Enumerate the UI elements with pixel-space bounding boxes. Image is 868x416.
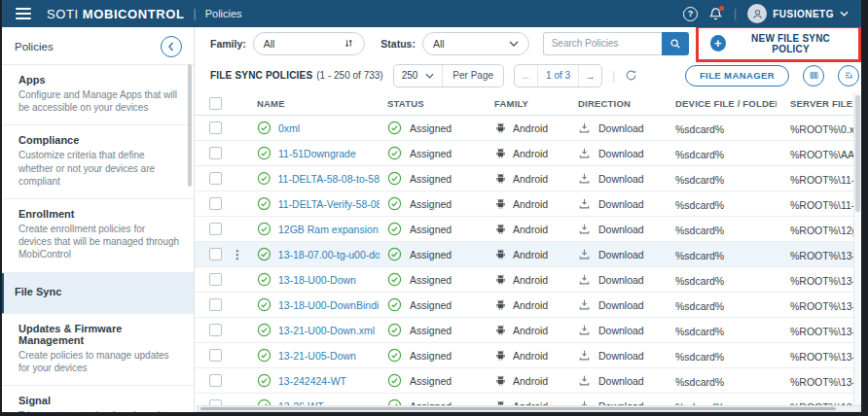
table-body: ⋮ 0xml Assigned Android Download %sdcard… [195, 116, 868, 411]
notification-badge [719, 6, 724, 11]
row-checkbox[interactable] [209, 324, 222, 336]
help-icon[interactable]: ? [683, 7, 698, 21]
header-name[interactable]: NAME [257, 98, 380, 109]
per-page-control[interactable]: 250 Per Page [393, 64, 504, 87]
select-all-checkbox[interactable] [209, 97, 222, 110]
policy-name-link[interactable]: 13-18-U00-Down [278, 274, 356, 286]
family-filter-dropdown[interactable]: All [253, 32, 366, 55]
device-file-folder: %sdcard% [675, 376, 724, 388]
policy-status: Assigned [410, 350, 452, 362]
horizontal-scrollbar[interactable] [197, 405, 860, 412]
table-row: ⋮ 13-242424-WT Assigned Android Download… [195, 368, 868, 394]
sidebar-item-apps[interactable]: Apps Configure and Manage Apps that will… [0, 65, 194, 125]
file-manager-button[interactable]: FILE MANAGER [685, 65, 789, 87]
policy-name-link[interactable]: 11-DELTA-Verify-58-08 [278, 198, 380, 210]
device-file-folder: %sdcard% [675, 300, 724, 312]
device-file-folder: %sdcard% [675, 250, 724, 261]
row-checkbox[interactable] [209, 374, 222, 387]
row-checkbox[interactable] [209, 121, 222, 134]
row-checkbox[interactable] [209, 223, 222, 235]
sidebar-item-file-sync[interactable]: File Sync [0, 273, 194, 314]
android-icon [494, 223, 507, 235]
sidebar-collapse-button[interactable] [161, 36, 182, 57]
policy-name-link[interactable]: 0xml [278, 122, 300, 134]
policy-status: Assigned [410, 299, 452, 311]
row-menu-icon[interactable]: ⋮ [232, 249, 243, 260]
family-filter-value: All [264, 38, 275, 50]
row-checkbox[interactable] [209, 248, 222, 260]
menu-icon[interactable] [16, 8, 31, 19]
policy-name-link[interactable]: 12GB Ram expansion [278, 224, 379, 235]
row-checkbox[interactable] [209, 298, 222, 311]
search-input[interactable] [543, 32, 662, 55]
policy-direction: Download [598, 198, 644, 210]
columns-button[interactable] [803, 65, 824, 87]
prev-page-button[interactable]: ← [515, 70, 537, 82]
header-status[interactable]: STATUS [380, 98, 487, 109]
policy-name-link[interactable]: 11-DELTA-58-08-to-58- [278, 173, 380, 185]
sidebar-title: Policies [15, 41, 54, 52]
android-icon [494, 248, 507, 260]
status-filter-dropdown[interactable]: All [422, 32, 529, 55]
notifications-bell-icon[interactable] [708, 7, 723, 21]
sidebar-item-enrollment[interactable]: Enrollment Create enrollment policies fo… [0, 199, 194, 273]
vertical-scrollbar-thumb[interactable] [855, 95, 860, 212]
status-check-icon [387, 297, 402, 312]
row-checkbox[interactable] [209, 147, 222, 159]
row-checkbox[interactable] [209, 349, 222, 362]
policy-status: Assigned [410, 249, 452, 260]
vertical-scrollbar[interactable] [853, 92, 861, 405]
family-filter-label: Family: [210, 38, 246, 50]
search-button[interactable] [662, 32, 689, 55]
horizontal-scrollbar-thumb[interactable] [200, 407, 836, 410]
download-icon [578, 273, 591, 286]
header-family[interactable]: FAMILY [487, 98, 570, 109]
filter-bar: Family: All Status: All [195, 27, 868, 59]
user-menu[interactable]: FUSIONETG [747, 4, 849, 23]
row-checkbox[interactable] [209, 172, 222, 185]
table-title: FILE SYNC POLICIES [210, 70, 312, 81]
chevron-down-icon [425, 73, 434, 79]
status-check-icon [387, 272, 402, 287]
sidebar: Policies Apps Configure and Manage Apps … [0, 27, 195, 416]
policy-check-icon [257, 171, 271, 186]
pagination: ← 1 of 3 → [514, 64, 602, 87]
policy-check-icon [257, 272, 271, 287]
policy-name-link[interactable]: 13-18-U00-DownBindi [278, 299, 379, 311]
header-device-file[interactable]: DEVICE FILE / FOLDER ... [668, 98, 777, 109]
status-filter-label: Status: [380, 38, 416, 50]
sidebar-item-description: Configure and Manage Apps that will be a… [18, 88, 180, 114]
new-file-sync-policy-button[interactable]: + NEW FILE SYNC POLICY [705, 29, 854, 58]
table-row: ⋮ 13-21-U00-Down.xml Assigned Android Do… [195, 318, 868, 343]
policy-family: Android [513, 375, 548, 387]
sidebar-item-compliance[interactable]: Compliance Customize criteria that defin… [0, 125, 194, 199]
policy-name-link[interactable]: 13-18-07.00-tg-u00-do [278, 249, 380, 260]
refresh-button[interactable] [625, 69, 637, 82]
policy-status: Assigned [410, 375, 452, 387]
download-icon [578, 248, 591, 260]
chevron-left-icon [167, 42, 175, 52]
policy-status: Assigned [410, 198, 452, 210]
policy-family: Android [513, 173, 548, 185]
policy-name-link[interactable]: 13-21-U00-Down.xml [278, 325, 375, 336]
header-direction[interactable]: DIRECTION [570, 98, 668, 109]
policy-name-link[interactable]: 13-21-U05-Down [278, 350, 356, 362]
row-checkbox[interactable] [209, 197, 222, 210]
policy-name-link[interactable]: 11-51Downgrade [278, 148, 356, 159]
device-file-folder: %sdcard% [675, 351, 724, 363]
android-icon [494, 172, 507, 185]
sidebar-item-label: Apps [18, 74, 180, 86]
search-icon [669, 38, 681, 50]
android-icon [494, 197, 507, 210]
screenshot-border-left [0, 0, 2, 416]
sidebar-scrollbar[interactable] [188, 64, 192, 187]
android-icon [494, 273, 507, 286]
next-page-button[interactable]: → [579, 70, 601, 82]
policy-family: Android [513, 299, 548, 311]
sidebar-item-updates-firmware-management[interactable]: Updates & Firmware Management Create pol… [0, 314, 194, 386]
table-layout-button[interactable] [838, 65, 859, 87]
row-checkbox[interactable] [209, 273, 222, 286]
policy-name-link[interactable]: 13-242424-WT [278, 375, 346, 387]
policy-family: Android [513, 122, 548, 134]
table-row: ⋮ 13-18-U00-Down Assigned Android Downlo… [195, 267, 868, 293]
